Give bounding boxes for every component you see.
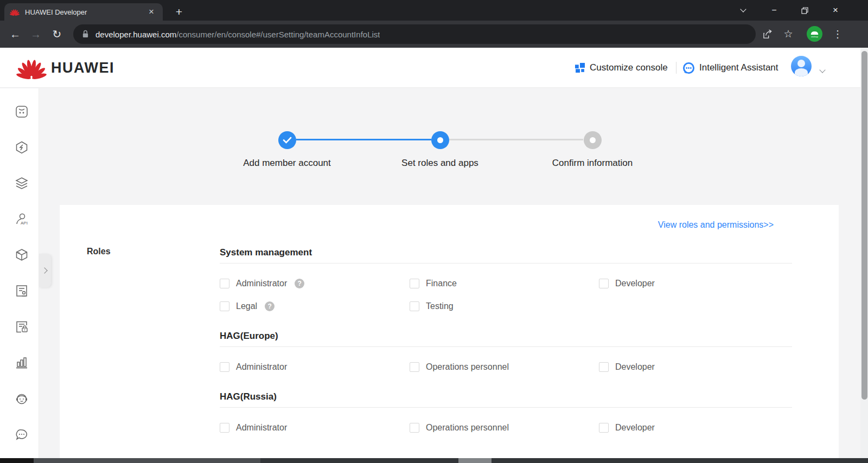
back-button[interactable]: ← [7, 25, 24, 43]
role-option-label: Developer [615, 279, 655, 288]
role-option-label: Operations personnel [426, 362, 509, 372]
role-option-label: Administrator [236, 362, 287, 372]
intelligent-assistant-button[interactable]: Intelligent Assistant [682, 48, 778, 88]
tab-title: HUAWEI Developer [25, 8, 145, 16]
customize-console-label: Customize console [590, 62, 668, 73]
role-option-label: Administrator [236, 423, 287, 433]
feedback-chat-icon[interactable] [15, 428, 29, 442]
step-2-label: Set roles and apps [375, 158, 505, 169]
role-option-label: Legal [236, 301, 257, 311]
horizontal-scrollbar-track[interactable] [260, 458, 458, 463]
huawei-favicon [10, 8, 20, 16]
role-option-label: Developer [615, 362, 655, 372]
sidebar-expand-handle[interactable] [39, 254, 51, 287]
roles-card: View roles and permissions>> Roles Syste… [60, 205, 839, 458]
browser-toolbar: ← → ↻ developer.huawei.com/consumer/en/c… [0, 21, 868, 48]
window-restore-button[interactable] [792, 0, 817, 21]
role-checkbox[interactable] [220, 423, 229, 433]
stepper-connector-todo [449, 139, 583, 140]
cube-icon[interactable] [15, 248, 29, 262]
tab-close-icon[interactable]: × [145, 6, 157, 18]
step-1-done-icon [278, 131, 296, 149]
horizontal-scrollbar[interactable] [0, 458, 34, 463]
support-agent-icon[interactable] [15, 392, 29, 406]
group-title: System management [220, 247, 792, 263]
forward-button: → [27, 25, 44, 43]
vertical-scrollbar[interactable] [860, 48, 868, 458]
huawei-logo[interactable]: HUAWEI [16, 55, 114, 80]
browser-tab[interactable]: HUAWEI Developer × [4, 3, 163, 21]
role-option: Administrator [220, 356, 410, 378]
role-checkbox[interactable] [220, 301, 229, 311]
role-checkbox[interactable] [220, 279, 229, 288]
horizontal-scrollbar-track-right[interactable] [492, 458, 868, 463]
role-checkbox[interactable] [410, 301, 419, 311]
role-checkbox[interactable] [599, 362, 609, 372]
tab-search-icon[interactable] [731, 0, 756, 21]
reload-button[interactable]: ↻ [48, 25, 66, 43]
roles-field-label: Roles [87, 247, 111, 256]
sidebar-nav: API [0, 88, 39, 458]
window-close-button[interactable]: × [823, 0, 848, 21]
certificate-doc-icon[interactable] [15, 284, 29, 298]
address-bar[interactable]: developer.huawei.com/consumer/en/console… [73, 24, 756, 44]
role-checkbox[interactable] [599, 279, 609, 288]
header-divider [676, 62, 676, 74]
role-option: Administrator ? [220, 272, 410, 295]
window-minimize-button[interactable]: − [762, 0, 787, 21]
share-icon[interactable] [759, 25, 776, 43]
role-checkbox[interactable] [220, 362, 229, 372]
analytics-icon[interactable] [15, 356, 29, 370]
url-domain: developer.huawei.com [95, 30, 176, 39]
browser-tab-bar: HUAWEI Developer × + − × [0, 0, 868, 21]
stepper-connector-done [296, 139, 431, 140]
huawei-logo-text: HUAWEI [51, 60, 114, 76]
role-group: HAG(Europe) Administrator Operations per… [220, 331, 792, 378]
secure-doc-icon[interactable] [15, 320, 29, 334]
role-option: Operations personnel [410, 416, 599, 439]
role-checkbox[interactable] [599, 423, 609, 433]
role-option: Developer [599, 416, 792, 439]
step-1-label: Add member account [222, 158, 352, 169]
customize-console-button[interactable]: Customize console [575, 48, 668, 88]
step-3-pending-icon [584, 131, 602, 149]
lock-icon [82, 30, 89, 38]
view-roles-permissions-link[interactable]: View roles and permissions>> [658, 220, 774, 230]
site-header: HUAWEI Customize console Intelligent Ass… [0, 48, 860, 88]
role-checkbox[interactable] [410, 279, 419, 288]
role-option-label: Finance [426, 279, 457, 288]
extension-icon[interactable]: otoleap [807, 26, 822, 42]
account-chevron-down-icon[interactable] [820, 65, 825, 74]
role-option: Testing [410, 295, 599, 318]
svg-text:API: API [21, 221, 28, 226]
role-option: Legal ? [220, 295, 410, 318]
help-icon[interactable]: ? [295, 279, 304, 288]
app-gallery-icon[interactable] [15, 105, 29, 119]
role-option: Finance [410, 272, 599, 295]
role-group: System management Administrator ? Financ… [220, 247, 792, 318]
role-option: Administrator [220, 416, 410, 439]
url-text[interactable]: developer.huawei.com/consumer/en/console… [95, 30, 380, 39]
role-option: Developer [599, 272, 792, 295]
vertical-scrollbar-thumb[interactable] [861, 51, 867, 400]
help-icon[interactable]: ? [265, 301, 275, 311]
role-group: HAG(Russia) Administrator Operations per… [220, 391, 792, 439]
bookmark-star-icon[interactable]: ☆ [780, 25, 797, 43]
hms-core-icon[interactable] [15, 140, 29, 155]
horizontal-scrollbar-segment[interactable] [458, 458, 492, 463]
layers-icon[interactable] [15, 176, 29, 190]
role-option: Operations personnel [410, 356, 599, 378]
group-options: Administrator Operations personnel Devel… [220, 356, 792, 378]
role-option-label: Developer [615, 423, 655, 433]
role-checkbox[interactable] [410, 362, 419, 372]
new-tab-button[interactable]: + [171, 4, 187, 20]
intelligent-assistant-label: Intelligent Assistant [699, 62, 778, 73]
role-checkbox[interactable] [410, 423, 419, 433]
huawei-logo-icon [16, 55, 47, 80]
horizontal-scrollbar-thumb[interactable] [34, 458, 260, 463]
restore-icon [801, 7, 808, 14]
browser-menu-icon[interactable]: ⋮ [829, 25, 846, 43]
api-person-icon[interactable]: API [15, 212, 29, 226]
user-avatar[interactable] [791, 56, 812, 76]
customize-console-icon [575, 63, 585, 73]
